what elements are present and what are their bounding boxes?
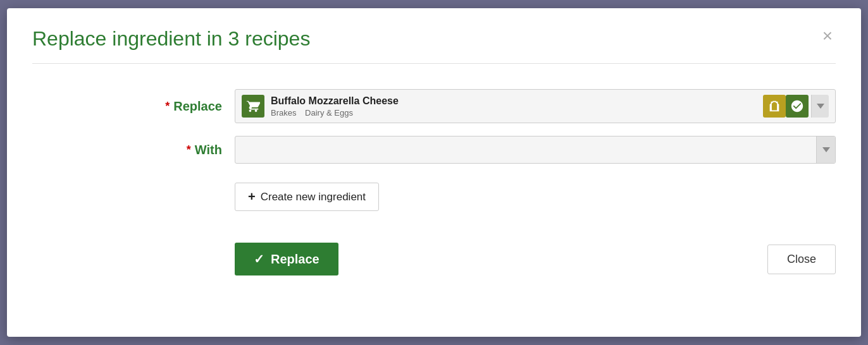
ingredient-tag1: Brakes [271,108,296,118]
replace-button[interactable]: ✓ Replace [235,243,338,275]
replace-label: Replace [173,99,222,114]
ingredient-name: Buffalo Mozzarella Cheese [271,95,758,107]
field-icons [763,95,809,118]
with-select[interactable] [235,136,836,164]
replace-button-label: Replace [271,252,319,267]
ingredient-info: Buffalo Mozzarella Cheese Brakes Dairy &… [271,95,758,118]
create-ingredient-button[interactable]: + Create new ingredient [235,183,379,211]
replace-dropdown-arrow[interactable] [811,95,829,118]
with-dropdown-arrow[interactable] [816,136,835,163]
with-chevron-down-icon [822,147,830,152]
modal-overlay: Replace ingredient in 3 recipes × * Repl… [0,0,868,345]
ingredient-icon [242,95,264,118]
modal-title: Replace ingredient in 3 recipes [32,27,310,51]
form-body: * Replace Buffalo Mozzarella Cheese [32,83,836,282]
replace-check-icon: ✓ [254,251,264,267]
create-ingredient-label: Create new ingredient [261,191,366,203]
replace-field[interactable]: Buffalo Mozzarella Cheese Brakes Dairy &… [235,89,836,123]
close-button[interactable]: Close [767,245,836,274]
with-field-container [235,136,836,164]
bottle-icon [767,99,781,113]
with-required-star: * [187,143,191,157]
check-icon-box [786,95,809,118]
modal-close-button[interactable]: × [819,27,836,45]
ingredient-tag2: Dairy & Eggs [305,108,353,118]
modal-header: Replace ingredient in 3 recipes × [32,27,836,64]
plus-icon: + [248,190,256,204]
with-label-container: * With [32,143,235,157]
with-label: With [195,143,222,157]
modal-dialog: Replace ingredient in 3 recipes × * Repl… [7,8,861,337]
create-ingredient-row: + Create new ingredient [32,176,836,211]
ingredient-tags: Brakes Dairy & Eggs [271,108,758,118]
with-row: * With [32,136,836,164]
form-actions: ✓ Replace Close [32,236,836,275]
chevron-down-icon [817,104,824,109]
replace-label-container: * Replace [32,99,235,114]
replace-field-container: Buffalo Mozzarella Cheese Brakes Dairy &… [235,89,836,123]
replace-required-star: * [165,100,170,113]
check-circle-icon [790,99,804,113]
basket-icon [246,99,260,113]
bottle-icon-box [763,95,786,118]
replace-row: * Replace Buffalo Mozzarella Cheese [32,89,836,123]
